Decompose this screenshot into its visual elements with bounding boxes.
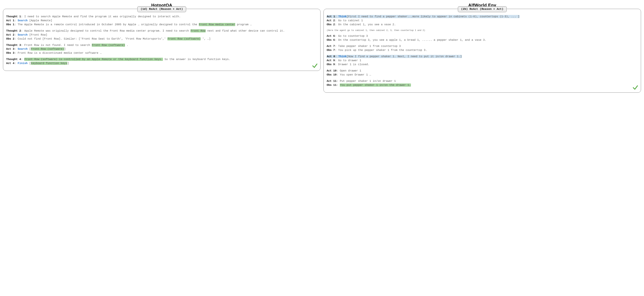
alfworld-column: AlfWorld Env (2b) ReAct (Reason + Act) A… bbox=[324, 2, 641, 92]
bracket-open: [ bbox=[29, 62, 31, 65]
text-act11: Put pepper shaker 1 in/on drawer 1 bbox=[340, 80, 396, 83]
block-thought1: Thought 1: I need to search Apple Remote… bbox=[6, 15, 317, 26]
block-act11: Act 11: Put pepper shaker 1 in/on drawer… bbox=[327, 79, 638, 87]
block-thought3: Thought 3: Front Row is not found. I nee… bbox=[6, 43, 317, 55]
keyword-search: Search bbox=[18, 48, 28, 50]
block-thought2: Thought 2: Apple Remote was originally d… bbox=[6, 29, 317, 41]
text-obs1-post: program … bbox=[237, 23, 252, 26]
skip-note: (Here the agent go to cabinet 1, then ca… bbox=[327, 29, 638, 32]
highlight-obs1: Front Row media center bbox=[199, 23, 236, 26]
bracket-close: ] bbox=[67, 62, 69, 65]
text-act7: Take pepper shaker 1 from countertop 3 bbox=[338, 44, 401, 48]
text-obs9: Drawer 1 is closed. bbox=[338, 63, 370, 66]
text-obs7: You pick up the pepper shaker 1 from the… bbox=[338, 48, 427, 52]
label-thought3: Thought 3 bbox=[6, 44, 21, 47]
label-thought2: Thought 2 bbox=[6, 29, 21, 32]
label-obs7: Obs 7 bbox=[327, 48, 335, 52]
text-obs10: You open Drawer 1 … bbox=[340, 73, 371, 76]
label-act1: Act 1 bbox=[6, 19, 14, 22]
text-obs6: On the countertop 3, you see a apple 1, … bbox=[338, 38, 486, 42]
check-icon bbox=[632, 84, 638, 91]
alfworld-tab: (2b) ReAct (Reason + Act) bbox=[458, 6, 506, 12]
label-act3: Act 3 bbox=[6, 48, 14, 50]
text-act9: Go to drawer 1 bbox=[338, 59, 361, 62]
block-act10: Act 10: Open drawer 1 Obs 10: You open D… bbox=[327, 69, 638, 77]
highlight-obs2: Front Row (software) bbox=[168, 37, 201, 40]
text-thought3-post: . bbox=[127, 44, 128, 47]
label-act7: Act 7 bbox=[327, 44, 335, 48]
highlight-act4: keyboard function keys bbox=[31, 62, 68, 65]
keyword-search: Search bbox=[18, 19, 28, 22]
label-obs11: Obs 11 bbox=[327, 84, 336, 87]
hotpotqa-tab: (1d) ReAct (Reason + Act) bbox=[137, 6, 186, 12]
keyword-search: Search bbox=[18, 33, 28, 36]
text-obs3: Front Row is a discontinued media center… bbox=[18, 52, 102, 54]
highlight-obs11: You put pepper shaker 1 in/on the drawer… bbox=[340, 84, 411, 87]
label-obs2: Obs 2 bbox=[6, 37, 14, 40]
text-act2: Go to cabinet 1 bbox=[338, 19, 363, 22]
keyword-think: Think bbox=[338, 15, 346, 18]
keyword-finish: Finish bbox=[18, 62, 28, 65]
label-act6: Act 6 bbox=[327, 34, 335, 38]
bracket-close: ] bbox=[64, 48, 66, 50]
highlight-act3: Front Row (software) bbox=[31, 48, 64, 50]
highlight-thought2: Front Row bbox=[190, 29, 206, 32]
label-act11: Act 11 bbox=[327, 80, 336, 83]
text-thought1: I need to search Apple Remote and find t… bbox=[24, 15, 181, 18]
highlight-thought3: Front Row (software) bbox=[92, 44, 125, 47]
keyword-think: Think bbox=[338, 55, 346, 58]
label-act1: Act 1 bbox=[327, 15, 335, 18]
figure-root: HotpotQA (1d) ReAct (Reason + Act) Thoug… bbox=[0, 0, 644, 96]
text-obs2: On the cabinet 1, you see a vase 2. bbox=[338, 23, 396, 26]
label-obs6: Obs 6 bbox=[327, 38, 335, 42]
text-act10: Open drawer 1 bbox=[340, 69, 361, 72]
text-obs2-pre: Could not find [Front Row]. Similar: ['F… bbox=[18, 37, 168, 40]
label-obs9: Obs 9 bbox=[327, 63, 335, 66]
text-thought4-post: So the answer is keyboard function keys. bbox=[164, 58, 230, 61]
block-act8-9: Act 8: Think[Now I find a pepper shaker … bbox=[327, 54, 638, 66]
hotpotqa-panel: (1d) ReAct (Reason + Act) Thought 1: I n… bbox=[3, 9, 320, 71]
text-thought3-pre: Front Row is not found. I need to search bbox=[24, 44, 92, 47]
label-act10: Act 10 bbox=[327, 69, 336, 72]
hotpotqa-column: HotpotQA (1d) ReAct (Reason + Act) Thoug… bbox=[3, 2, 320, 92]
label-thought1: Thought 1 bbox=[6, 15, 21, 18]
text-act8: [Now I find a pepper shaker 1. Next, I n… bbox=[346, 55, 462, 58]
arg-act2: [Front Row] bbox=[29, 33, 48, 36]
highlight-thought4: Front Row (software) is controlled by an… bbox=[24, 58, 163, 61]
label-thought4: Thought 4 bbox=[6, 58, 21, 61]
check-icon bbox=[312, 63, 318, 69]
block-thought4: Thought 4: Front Row (software) is contr… bbox=[6, 57, 317, 65]
block-act7: Act 7: Take pepper shaker 1 from counter… bbox=[327, 44, 638, 52]
text-thought2-post: next and find what other device can cont… bbox=[207, 29, 284, 32]
label-act9: Act 9 bbox=[327, 59, 335, 62]
block-act6: Act 6: Go to countertop 3 Obs 6: On the … bbox=[327, 34, 638, 42]
label-act2: Act 2 bbox=[327, 19, 335, 22]
text-act1: [First I need to find a pepper shaker...… bbox=[346, 15, 520, 18]
label-obs3: Obs 3 bbox=[6, 52, 14, 54]
text-thought2-pre: Apple Remote was originally designed to … bbox=[24, 29, 190, 32]
label-act2: Act 2 bbox=[6, 33, 14, 36]
block-act1-2: Act 1: Think[First I need to find a pepp… bbox=[327, 15, 638, 26]
label-act8: Act 8 bbox=[327, 55, 335, 58]
label-act4: Act 4 bbox=[6, 62, 14, 65]
label-obs1: Obs 1 bbox=[6, 23, 14, 26]
bracket-open: [ bbox=[29, 48, 31, 50]
alfworld-panel: (2b) ReAct (Reason + Act) Act 1: Think[F… bbox=[324, 9, 641, 92]
text-act6: Go to countertop 3 bbox=[338, 34, 368, 38]
label-obs2: Obs 2 bbox=[327, 23, 335, 26]
text-obs2-post: ', …] bbox=[202, 37, 210, 40]
text-obs1-pre: The Apple Remote is a remote control int… bbox=[18, 23, 199, 26]
label-obs10: Obs 10 bbox=[327, 73, 336, 76]
arg-act1: [Apple Remote] bbox=[29, 19, 52, 22]
